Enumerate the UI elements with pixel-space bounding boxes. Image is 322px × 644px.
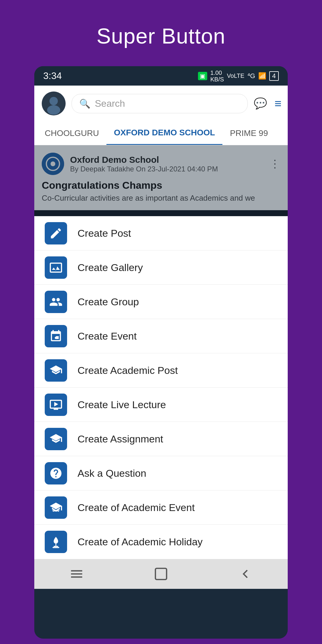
app-icon: ▣ bbox=[198, 72, 207, 80]
svg-point-1 bbox=[49, 97, 58, 105]
tab-choolguru[interactable]: CHOOLGURU bbox=[37, 121, 106, 145]
create-event-label: Create Event bbox=[78, 330, 137, 342]
menu-item-create-post[interactable]: Create Post bbox=[34, 216, 288, 250]
nav-menu-button[interactable] bbox=[68, 565, 86, 583]
menu-item-create-event[interactable]: Create Event bbox=[34, 319, 288, 353]
post-body: Co-Curricular activities are as importan… bbox=[42, 193, 280, 203]
create-live-lecture-label: Create Live Lecture bbox=[78, 399, 166, 411]
create-event-icon bbox=[45, 325, 67, 347]
create-gallery-label: Create Gallery bbox=[78, 262, 143, 273]
modal-backdrop bbox=[34, 210, 288, 216]
create-academic-holiday-icon bbox=[45, 531, 67, 553]
svg-point-2 bbox=[47, 105, 60, 115]
nav-back-button[interactable] bbox=[236, 565, 254, 583]
signal-icon: 📶 bbox=[258, 72, 266, 80]
create-group-icon bbox=[45, 291, 67, 313]
post-more-icon[interactable]: ⋮ bbox=[270, 158, 280, 170]
post-info: Oxford Demo School By Deepak Tadakhe On … bbox=[70, 155, 270, 173]
menu-item-ask-question[interactable]: Ask a Question bbox=[34, 456, 288, 490]
tab-oxford[interactable]: OXFORD DEMO SCHOOL bbox=[106, 121, 222, 145]
svg-rect-7 bbox=[155, 568, 167, 580]
create-assignment-icon bbox=[45, 428, 67, 450]
phone-frame: 3:34 ▣ 1.00KB/S VoLTE ⁴G 📶 4 🔍 Search 💬 … bbox=[34, 66, 288, 639]
search-bar[interactable]: 🔍 Search bbox=[72, 94, 248, 113]
create-academic-event-icon bbox=[45, 496, 67, 519]
menu-item-create-assignment[interactable]: Create Assignment bbox=[34, 422, 288, 456]
menu-item-create-group[interactable]: Create Group bbox=[34, 285, 288, 319]
search-input-label: Search bbox=[95, 98, 125, 109]
create-academic-holiday-label: Create of Academic Holiday bbox=[78, 536, 203, 548]
create-assignment-label: Create Assignment bbox=[78, 433, 163, 445]
menu-item-create-gallery[interactable]: Create Gallery bbox=[34, 250, 288, 285]
header-icons: 💬 ≡ bbox=[254, 97, 280, 110]
status-time: 3:34 bbox=[43, 70, 62, 81]
app-header: 🔍 Search 💬 ≡ bbox=[34, 86, 288, 121]
battery-icon: 4 bbox=[269, 71, 279, 81]
create-post-icon bbox=[45, 222, 67, 244]
status-bar: 3:34 ▣ 1.00KB/S VoLTE ⁴G 📶 4 bbox=[34, 66, 288, 86]
network-icon: ⁴G bbox=[247, 72, 255, 80]
create-group-label: Create Group bbox=[78, 296, 139, 308]
data-speed: 1.00KB/S bbox=[210, 69, 224, 83]
svg-point-6 bbox=[55, 337, 57, 339]
menu-item-create-academic-post[interactable]: Create Academic Post bbox=[34, 353, 288, 388]
create-academic-event-label: Create of Academic Event bbox=[78, 502, 195, 513]
menu-item-create-live-lecture[interactable]: Create Live Lecture bbox=[34, 388, 288, 422]
avatar[interactable] bbox=[42, 92, 66, 115]
menu-sheet: Create Post Create Gallery Create Group … bbox=[34, 216, 288, 559]
tabs-bar: CHOOLGURU OXFORD DEMO SCHOOL PRIME 99 bbox=[34, 121, 288, 145]
post-meta: By Deepak Tadakhe On 23-Jul-2021 04:40 P… bbox=[70, 165, 270, 173]
volte-icon: VoLTE bbox=[227, 72, 244, 79]
bottom-nav bbox=[34, 559, 288, 589]
nav-home-button[interactable] bbox=[152, 565, 170, 583]
create-academic-post-icon bbox=[45, 359, 67, 382]
search-icon: 🔍 bbox=[79, 98, 90, 109]
create-gallery-icon bbox=[45, 256, 67, 279]
create-live-lecture-icon bbox=[45, 394, 67, 416]
menu-item-create-academic-holiday[interactable]: Create of Academic Holiday bbox=[34, 525, 288, 559]
post-title: Congratulations Champs bbox=[42, 179, 280, 191]
hamburger-icon[interactable]: ≡ bbox=[275, 97, 280, 110]
create-post-label: Create Post bbox=[78, 227, 131, 239]
post-card: Oxford Demo School By Deepak Tadakhe On … bbox=[34, 145, 288, 210]
chat-icon[interactable]: 💬 bbox=[254, 97, 267, 110]
menu-item-create-academic-event[interactable]: Create of Academic Event bbox=[34, 490, 288, 525]
school-avatar bbox=[42, 153, 64, 175]
tab-prime99[interactable]: PRIME 99 bbox=[222, 121, 275, 145]
page-title: Super Button bbox=[97, 24, 225, 48]
svg-point-5 bbox=[51, 162, 55, 166]
create-academic-post-label: Create Academic Post bbox=[78, 365, 178, 376]
ask-question-label: Ask a Question bbox=[78, 467, 146, 479]
post-school-name: Oxford Demo School bbox=[70, 155, 270, 165]
status-icons: ▣ 1.00KB/S VoLTE ⁴G 📶 4 bbox=[198, 69, 279, 83]
ask-question-icon bbox=[45, 462, 67, 484]
